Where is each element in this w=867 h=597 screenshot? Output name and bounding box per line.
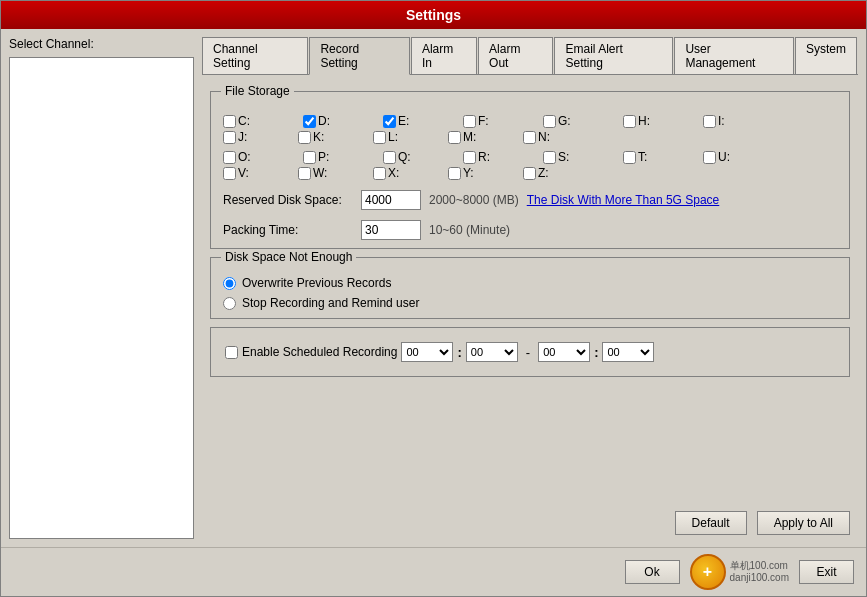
colon-1: : bbox=[457, 345, 461, 360]
drive-g-checkbox[interactable] bbox=[543, 115, 556, 128]
reserved-disk-space-row: Reserved Disk Space: 2000~8000 (MB) The … bbox=[223, 190, 837, 210]
scheduled-recording-checkbox[interactable] bbox=[225, 346, 238, 359]
start-minute-select[interactable]: 00153045 bbox=[466, 342, 518, 362]
drive-d: D: bbox=[303, 114, 383, 128]
drive-q: Q: bbox=[383, 150, 463, 164]
tab-alarm-in[interactable]: Alarm In bbox=[411, 37, 477, 74]
stop-label: Stop Recording and Remind user bbox=[242, 296, 419, 310]
apply-to-all-button[interactable]: Apply to All bbox=[757, 511, 850, 535]
drive-r-checkbox[interactable] bbox=[463, 151, 476, 164]
drive-i-checkbox[interactable] bbox=[703, 115, 716, 128]
packing-time-label: Packing Time: bbox=[223, 223, 353, 237]
drive-k: K: bbox=[298, 130, 373, 144]
drive-z-checkbox[interactable] bbox=[523, 167, 536, 180]
start-hour-select[interactable]: 00010203 04050607 08091011 12131415 1617… bbox=[401, 342, 453, 362]
stop-radio[interactable] bbox=[223, 297, 236, 310]
file-storage-section: File Storage C: D: bbox=[210, 91, 850, 249]
drive-g: G: bbox=[543, 114, 623, 128]
scheduled-recording-section: Enable Scheduled Recording 00010203 0405… bbox=[210, 327, 850, 377]
drive-u-checkbox[interactable] bbox=[703, 151, 716, 164]
channel-list bbox=[9, 57, 194, 539]
drive-p-checkbox[interactable] bbox=[303, 151, 316, 164]
select-channel-label: Select Channel: bbox=[9, 37, 194, 51]
overwrite-radio-row: Overwrite Previous Records bbox=[223, 276, 837, 290]
packing-time-hint: 10~60 (Minute) bbox=[429, 223, 510, 237]
default-button[interactable]: Default bbox=[675, 511, 747, 535]
ok-button[interactable]: Ok bbox=[625, 560, 680, 584]
drive-c-checkbox[interactable] bbox=[223, 115, 236, 128]
drive-x-checkbox[interactable] bbox=[373, 167, 386, 180]
drive-e: E: bbox=[383, 114, 463, 128]
colon-2: : bbox=[594, 345, 598, 360]
stop-radio-row: Stop Recording and Remind user bbox=[223, 296, 837, 310]
drive-c: C: bbox=[223, 114, 303, 128]
drive-d-checkbox[interactable] bbox=[303, 115, 316, 128]
drive-w: W: bbox=[298, 166, 373, 180]
drive-q-checkbox[interactable] bbox=[383, 151, 396, 164]
drive-m-checkbox[interactable] bbox=[448, 131, 461, 144]
drive-f-checkbox[interactable] bbox=[463, 115, 476, 128]
drive-j-checkbox[interactable] bbox=[223, 131, 236, 144]
drive-l-checkbox[interactable] bbox=[373, 131, 386, 144]
file-storage-title: File Storage bbox=[221, 84, 294, 98]
drive-n: N: bbox=[523, 130, 598, 144]
scheduled-recording-row: Enable Scheduled Recording 00010203 0405… bbox=[221, 334, 839, 370]
drive-v: V: bbox=[223, 166, 298, 180]
drive-s-checkbox[interactable] bbox=[543, 151, 556, 164]
tab-alarm-out[interactable]: Alarm Out bbox=[478, 37, 553, 74]
drive-s: S: bbox=[543, 150, 623, 164]
action-buttons: Default Apply to All bbox=[202, 507, 858, 539]
title-bar: Settings bbox=[1, 1, 866, 29]
tab-channel-setting[interactable]: Channel Setting bbox=[202, 37, 308, 74]
tab-system[interactable]: System bbox=[795, 37, 857, 74]
drive-y: Y: bbox=[448, 166, 523, 180]
drive-h: H: bbox=[623, 114, 703, 128]
drive-z: Z: bbox=[523, 166, 598, 180]
drive-o-checkbox[interactable] bbox=[223, 151, 236, 164]
drive-h-checkbox[interactable] bbox=[623, 115, 636, 128]
end-hour-select[interactable]: 00010203 04050607 08091011 12131415 1617… bbox=[538, 342, 590, 362]
drive-r: R: bbox=[463, 150, 543, 164]
reserved-disk-space-label: Reserved Disk Space: bbox=[223, 193, 353, 207]
tab-user-management[interactable]: User Management bbox=[674, 37, 794, 74]
drive-t-checkbox[interactable] bbox=[623, 151, 636, 164]
drive-w-checkbox[interactable] bbox=[298, 167, 311, 180]
window-title: Settings bbox=[406, 7, 461, 23]
drive-k-checkbox[interactable] bbox=[298, 131, 311, 144]
reserved-disk-space-hint: 2000~8000 (MB) bbox=[429, 193, 519, 207]
drive-l: L: bbox=[373, 130, 448, 144]
end-minute-select[interactable]: 00153045 bbox=[602, 342, 654, 362]
drive-n-checkbox[interactable] bbox=[523, 131, 536, 144]
watermark: 单机100.comdanji100.com bbox=[730, 560, 789, 584]
tabs-bar: Channel Setting Record Setting Alarm In … bbox=[202, 37, 858, 75]
drive-i: I: bbox=[703, 114, 783, 128]
scheduled-recording-label: Enable Scheduled Recording bbox=[242, 345, 397, 359]
disk-space-link[interactable]: The Disk With More Than 5G Space bbox=[527, 193, 720, 207]
tab-content: File Storage C: D: bbox=[202, 83, 858, 499]
drive-p: P: bbox=[303, 150, 383, 164]
drive-x: X: bbox=[373, 166, 448, 180]
packing-time-row: Packing Time: 10~60 (Minute) bbox=[223, 220, 837, 240]
drive-u: U: bbox=[703, 150, 783, 164]
drive-t: T: bbox=[623, 150, 703, 164]
packing-time-input[interactable] bbox=[361, 220, 421, 240]
disk-space-title: Disk Space Not Enough bbox=[221, 250, 356, 264]
tab-record-setting[interactable]: Record Setting bbox=[309, 37, 409, 75]
drive-j: J: bbox=[223, 130, 298, 144]
overwrite-radio[interactable] bbox=[223, 277, 236, 290]
drive-v-checkbox[interactable] bbox=[223, 167, 236, 180]
drive-m: M: bbox=[448, 130, 523, 144]
reserved-disk-space-input[interactable] bbox=[361, 190, 421, 210]
tab-email-alert-setting[interactable]: Email Alert Setting bbox=[554, 37, 673, 74]
drive-e-checkbox[interactable] bbox=[383, 115, 396, 128]
disk-space-section: Disk Space Not Enough Overwrite Previous… bbox=[210, 257, 850, 319]
dash-separator: - bbox=[526, 345, 530, 360]
overwrite-label: Overwrite Previous Records bbox=[242, 276, 391, 290]
exit-button[interactable]: Exit bbox=[799, 560, 854, 584]
drive-f: F: bbox=[463, 114, 543, 128]
drive-o: O: bbox=[223, 150, 303, 164]
logo-icon: + bbox=[690, 554, 726, 590]
drive-y-checkbox[interactable] bbox=[448, 167, 461, 180]
